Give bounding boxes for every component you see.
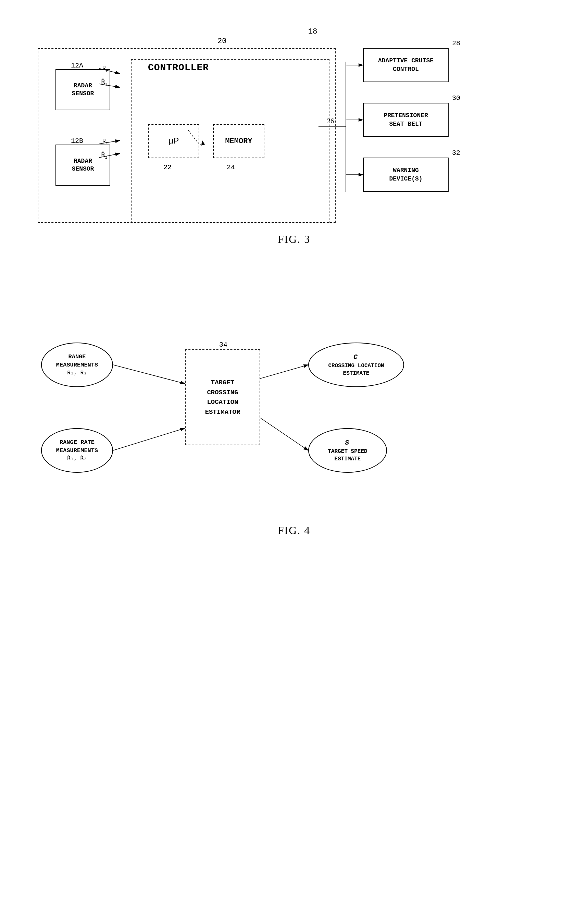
speed-s-label: S xyxy=(345,438,349,448)
fig4-label: FIG. 4 xyxy=(278,524,311,537)
memory-box: MEMORY xyxy=(213,124,264,158)
label-12a: 12A xyxy=(71,61,83,69)
label-32: 32 xyxy=(452,149,460,157)
crossing-location-ellipse: C CROSSING LOCATIONESTIMATE xyxy=(308,343,404,387)
svg-line-23 xyxy=(260,418,308,451)
rangerate-values: Ṙ₁, Ṙ₂ xyxy=(67,455,87,462)
fig3-diagram: 18 12A RADARSENSOR 12B RADARSENSOR CONTR… xyxy=(27,34,561,274)
label-12b: 12B xyxy=(71,137,83,145)
page: 18 12A RADARSENSOR 12B RADARSENSOR CONTR… xyxy=(0,0,588,918)
controller-title: CONTROLLER xyxy=(148,62,209,73)
estimator-box: TARGETCROSSINGLOCATIONESTIMATOR xyxy=(185,349,260,445)
fig3-label: FIG. 3 xyxy=(278,233,311,246)
crossing-location-label: CROSSING LOCATIONESTIMATE xyxy=(328,362,384,378)
radar-sensor-1-box: RADARSENSOR xyxy=(55,69,110,110)
label-28: 28 xyxy=(452,39,460,47)
svg-line-20 xyxy=(113,365,185,384)
range-measurements-ellipse: RANGEMEASUREMENTS R₁, R₂ xyxy=(41,343,113,387)
speed-estimate-label: TARGET SPEEDESTIMATE xyxy=(328,448,367,463)
label-18: 18 xyxy=(308,27,317,36)
microprocessor-box: µP xyxy=(148,124,199,158)
svg-line-22 xyxy=(260,365,308,378)
acc-label: ADAPTIVE CRUISECONTROL xyxy=(378,57,433,74)
rangerate-measurements-label: RANGE RATEMEASUREMENTS xyxy=(56,438,98,455)
radar-sensor-2-label: RADARSENSOR xyxy=(72,157,94,173)
rangerate-measurements-ellipse: RANGE RATEMEASUREMENTS Ṙ₁, Ṙ₂ xyxy=(41,428,113,473)
svg-line-21 xyxy=(113,428,185,451)
label-20: 20 xyxy=(218,37,226,45)
pretensioner-label: PRETENSIONERSEAT BELT xyxy=(384,112,428,128)
crossing-c-label: C xyxy=(354,352,357,362)
label-24: 24 xyxy=(227,163,235,171)
range-measurements-label: RANGEMEASUREMENTS xyxy=(56,353,98,369)
radar-sensor-1-label: RADARSENSOR xyxy=(72,82,94,98)
fig4-diagram: 34 RANGEMEASUREMENTS R₁, R₂ RANGE RATEME… xyxy=(27,315,561,555)
outer-system-box: 12A RADARSENSOR 12B RADARSENSOR CONTROLL… xyxy=(38,48,336,223)
radar-sensor-2-box: RADARSENSOR xyxy=(55,145,110,186)
warning-label: WARNINGDEVICE(S) xyxy=(389,166,422,183)
pretensioner-box: PRETENSIONERSEAT BELT xyxy=(363,103,449,137)
label-30: 30 xyxy=(452,94,460,102)
label-34: 34 xyxy=(219,341,228,349)
acc-box: ADAPTIVE CRUISECONTROL xyxy=(363,48,449,82)
estimator-label: TARGETCROSSINGLOCATIONESTIMATOR xyxy=(205,378,241,417)
label-22: 22 xyxy=(163,163,171,171)
speed-estimate-ellipse: S TARGET SPEEDESTIMATE xyxy=(308,428,387,473)
warning-box: WARNINGDEVICE(S) xyxy=(363,158,449,192)
range-values: R₁, R₂ xyxy=(67,369,87,377)
up-label: µP xyxy=(168,136,179,146)
memory-label: MEMORY xyxy=(225,137,252,145)
